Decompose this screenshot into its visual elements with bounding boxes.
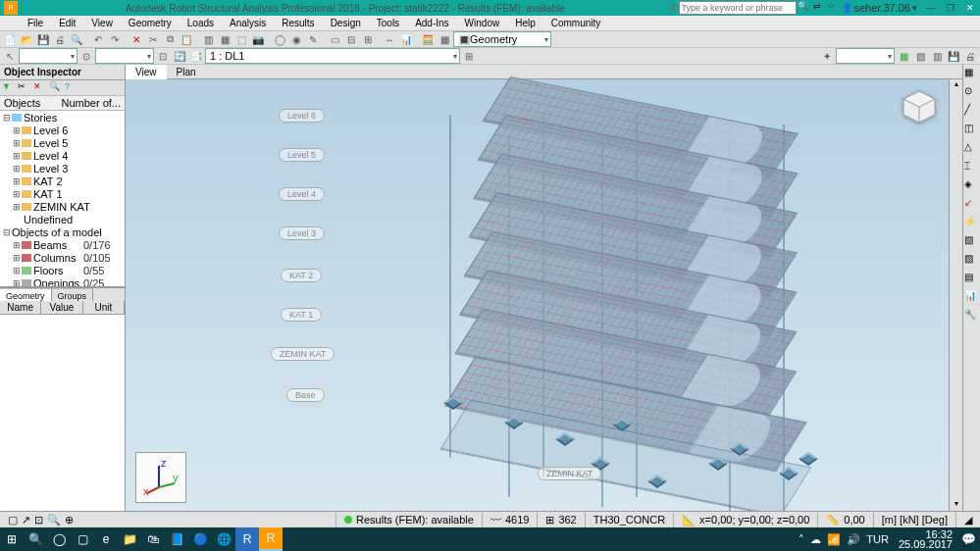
measure-icon[interactable]: ↔ (382, 31, 397, 47)
insp-del-icon[interactable]: ✕ (33, 81, 47, 95)
sb-view4-icon[interactable]: 🔍 (47, 514, 61, 526)
status-grip[interactable]: ◢ (955, 512, 980, 527)
robot-icon[interactable]: R (259, 527, 283, 551)
rt-support-icon[interactable]: △ (964, 141, 980, 157)
start-button[interactable]: ⊞ (0, 527, 24, 551)
col-value[interactable]: Value (41, 301, 82, 314)
redo-icon[interactable]: ↷ (107, 31, 123, 47)
menu-design[interactable]: Design (323, 18, 369, 28)
tree-item[interactable]: KAT 2 (33, 175, 123, 187)
tab-geometry[interactable]: Geometry (0, 288, 52, 301)
tree-item[interactable]: Openings (33, 277, 83, 288)
loadcase-combo[interactable]: 1 : DL1 (205, 48, 460, 64)
close-button[interactable]: ✕ (960, 1, 980, 15)
menu-help[interactable]: Help (507, 18, 543, 28)
insp-search-icon[interactable]: 🔍 (49, 81, 63, 95)
axes1-icon[interactable]: ▦ (896, 48, 911, 64)
menu-community[interactable]: Community (543, 18, 609, 28)
print-icon[interactable]: 🖨 (52, 31, 68, 47)
rt-bars-icon[interactable]: ╱ (964, 104, 980, 120)
screenshot-icon[interactable]: 📷 (250, 31, 266, 47)
zoomwin-icon[interactable]: ⬚ (233, 31, 249, 47)
notifications-icon[interactable]: 💬 (956, 527, 980, 551)
tree-item[interactable]: Level 6 (33, 125, 123, 136)
chrome-icon[interactable]: 🌐 (212, 527, 235, 551)
scroll-up-icon[interactable]: ▴ (950, 79, 962, 93)
stories-node[interactable]: Stories (24, 112, 123, 124)
rt-nodes-icon[interactable]: ⊙ (964, 85, 980, 101)
star-icon[interactable]: ☆ (824, 1, 838, 15)
sb-view1-icon[interactable]: ▢ (8, 514, 18, 526)
delete-icon[interactable]: ✕ (129, 31, 144, 47)
maximize-button[interactable]: ❐ (941, 1, 960, 15)
edit-selection-icon[interactable]: ✎ (305, 31, 321, 47)
col-name[interactable]: Name (0, 301, 41, 314)
explorer-icon[interactable]: 📁 (118, 527, 141, 551)
sb-view2-icon[interactable]: ↗ (22, 514, 30, 526)
binoculars-icon[interactable]: 🔍 (797, 1, 810, 15)
axes-icon[interactable]: ✦ (819, 48, 835, 64)
col-objects[interactable]: Objects (4, 97, 61, 109)
tree-item[interactable]: Level 3 (33, 163, 123, 175)
tree-item[interactable]: ZEMIN KAT (33, 201, 123, 213)
expand-icon[interactable]: ⊟ (2, 113, 12, 123)
v-scrollbar[interactable]: ▴ ▾ (949, 79, 962, 513)
exchange-icon[interactable]: ⇄ (810, 1, 824, 15)
tab-plan[interactable]: Plan (167, 65, 206, 79)
menu-edit[interactable]: Edit (51, 18, 83, 28)
rt-loadtypes-icon[interactable]: ⚡ (964, 216, 980, 231)
nodes-combo[interactable] (19, 48, 77, 64)
select-prev-icon[interactable]: ⊟ (343, 31, 359, 47)
select-next-icon[interactable]: ⊞ (360, 31, 376, 47)
axes-combo[interactable] (836, 48, 895, 64)
cortana-icon[interactable]: ◯ (47, 527, 71, 551)
preview-icon[interactable]: 🔍 (69, 31, 84, 47)
tree-item[interactable]: Beams (33, 239, 83, 251)
col-unit[interactable]: Unit (83, 301, 125, 314)
system-tray[interactable]: ˄ ☁ 📶 🔊 TUR (793, 533, 895, 546)
3d-viewport[interactable]: Level 6 Level 5 Level 4 Level 3 KAT 2 KA… (126, 79, 949, 513)
search-task-icon[interactable]: 🔍 (24, 527, 47, 551)
search-input[interactable] (679, 1, 797, 15)
edge-icon[interactable]: e (94, 527, 118, 551)
save-icon[interactable]: 💾 (35, 31, 51, 47)
search-x[interactable]: ✕ (669, 3, 677, 13)
tray-cloud-icon[interactable]: ☁ (810, 533, 821, 546)
taskview-icon[interactable]: ▢ (71, 527, 94, 551)
minimize-button[interactable]: — (921, 1, 941, 15)
oval-icon[interactable]: ◯ (272, 31, 287, 47)
tree-item[interactable]: Floors (33, 265, 83, 276)
calc-icon[interactable]: 🧮 (420, 31, 436, 47)
rt-loads-icon[interactable]: ↙ (964, 197, 980, 213)
axes-gizmo[interactable]: z y x (135, 452, 186, 503)
rt-table-icon[interactable]: ▤ (964, 272, 980, 287)
tray-volume-icon[interactable]: 🔊 (847, 533, 860, 546)
tree-item[interactable]: Level 5 (33, 137, 123, 149)
rt-material-icon[interactable]: ◈ (964, 178, 980, 194)
menu-view[interactable]: View (83, 18, 121, 28)
sel-bar-icon[interactable]: ⊡ (155, 48, 171, 64)
rt-section-icon[interactable]: ⌶ (964, 160, 980, 175)
tree-item[interactable]: Columns (33, 252, 83, 264)
axes3-icon[interactable]: ▥ (929, 48, 945, 64)
menu-results[interactable]: Results (274, 18, 322, 28)
menu-tools[interactable]: Tools (369, 18, 407, 28)
menu-geometry[interactable]: Geometry (121, 18, 180, 28)
pointer-icon[interactable]: ↖ (2, 48, 18, 64)
tree-item[interactable]: Level 4 (33, 150, 123, 162)
rt-panel-icon[interactable]: ◫ (964, 123, 980, 138)
app1-icon[interactable]: 📘 (165, 527, 188, 551)
new-icon[interactable]: 📄 (2, 31, 18, 47)
tray-up-icon[interactable]: ˄ (799, 533, 804, 546)
undo-icon[interactable]: ↶ (90, 31, 106, 47)
menu-addins[interactable]: Add-Ins (407, 18, 456, 28)
viewcube[interactable] (900, 87, 939, 126)
tables-icon[interactable]: ▦ (437, 31, 452, 47)
rt-tool1-icon[interactable]: ▧ (964, 234, 980, 250)
paste-icon[interactable]: 📋 (179, 31, 194, 47)
circle-icon[interactable]: ◉ (288, 31, 304, 47)
tray-lang[interactable]: TUR (866, 533, 889, 545)
sel-node-icon[interactable]: ⊙ (78, 48, 94, 64)
open-icon[interactable]: 📂 (19, 31, 34, 47)
sb-view5-icon[interactable]: ⊕ (65, 514, 74, 526)
